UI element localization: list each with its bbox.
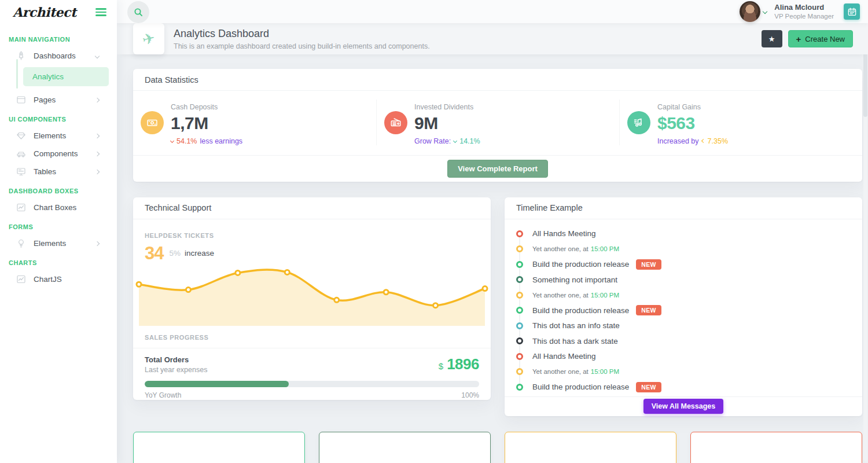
new-badge: NEW [636,259,661,270]
timeline-item-text: All Hands Meeting [532,229,596,238]
helpdesk-count-row: 34 5% increase [145,244,479,263]
yoy-progress: YoY Growth 100% [145,381,479,399]
sidebar-item-label: Elements [34,131,66,140]
timeline-item: This dot has an info state [516,318,853,334]
calendar-button[interactable] [844,3,860,20]
radio-icon [384,111,407,134]
timeline-item-text: This dot has a dark state [532,337,618,346]
timeline-item: All Hands Meeting [516,349,853,365]
bottom-card [133,432,305,463]
chevron-right-icon [95,169,100,174]
user-texts: Alina Mclourd VP People Manager [774,3,834,21]
data-statistics-header: Data Statistics [133,69,862,91]
nav-heading-charts: CHARTS [9,259,117,266]
page-title-actions: ★ + Create New [762,30,853,47]
sidebar-item-analytics[interactable]: Analytics [23,67,109,86]
dashboards-submenu: Analytics [0,67,117,86]
timeline-item-time: 15:00 PM [591,292,619,299]
orders-texts: Total Orders Last year expenses [145,355,207,374]
timeline-item: Something not important [516,272,853,288]
sidebar-item-chartjs[interactable]: ChartJS [0,270,109,288]
app-logo[interactable]: Architect [13,5,76,20]
view-all-messages-button[interactable]: View All Messages [643,399,723,414]
timeline-item: Yet another one, at 15:00 PM [516,364,853,380]
favorite-star-button[interactable]: ★ [762,30,782,47]
page-title-icon-card: ✈ [133,23,164,54]
airplane-icon: ✈ [141,28,157,49]
timeline-card: Timeline Example All Hands Meeting Yet a… [505,197,862,416]
nav-heading-dashboard-boxes: DASHBOARD BOXES [9,188,117,194]
orders-value: $ 1896 [439,355,479,373]
hamburger-menu-icon[interactable] [94,6,108,19]
search-button[interactable] [127,1,149,23]
sidebar-item-tables[interactable]: Tables [0,163,109,181]
sidebar-nav: MAIN NAVIGATION Dashboards Analytics Pag… [0,24,117,288]
second-row: Technical Support HELPDESK TICKETS 34 5%… [133,197,862,416]
star-icon: ★ [768,35,775,43]
chart-icon [16,274,27,285]
progress-track [145,381,479,387]
stat-texts: Capital Gains $563 Increased by 7.35% [657,103,728,145]
timeline-item: Yet another one, at 15:00 PM [516,288,853,303]
page-scrollbar[interactable] [863,27,867,461]
plus-icon: + [796,34,801,44]
calendar-icon [847,7,857,17]
orders-subtitle: Last year expenses [145,366,207,374]
search-icon [133,7,144,18]
timeline-item: This dot has a dark state [516,333,853,349]
sidebar-item-pages[interactable]: Pages [0,91,109,109]
total-orders-row: Total Orders Last year expenses $ 1896 [133,348,491,374]
content: Data Statistics Cash Deposits 1,7M 54.1% [117,54,868,463]
sidebar-item-components[interactable]: Components [0,145,109,163]
view-complete-report-button[interactable]: View Complete Report [447,160,548,178]
stat-delta: 54.1% [176,137,197,145]
sidebar-item-form-elements[interactable]: Elements [0,234,109,252]
progress-label: YoY Growth [145,391,181,399]
stat-cash-deposits: Cash Deposits 1,7M 54.1% less earnings [133,100,376,145]
card-title: Timeline Example [516,203,583,212]
sidebar-item-elements[interactable]: Elements [0,127,109,145]
main-area: Alina Mclourd VP People Manager ✈ Analyt… [117,0,868,463]
timeline-header: Timeline Example [505,197,862,219]
page-subtitle: This is an example dashboard created usi… [174,42,762,50]
create-new-button[interactable]: + Create New [788,30,853,47]
caret-up-icon [701,139,705,143]
card-title: Data Statistics [145,75,198,84]
currency-symbol: $ [439,361,443,371]
sidebar-item-label: Tables [34,167,56,176]
technical-support-card: Technical Support HELPDESK TICKETS 34 5%… [133,197,491,400]
ticket-delta: 5% [169,249,181,258]
technical-support-header: Technical Support [133,197,491,219]
progress-fill [145,381,289,387]
timeline-dot [516,337,523,344]
timeline-dot [516,245,523,252]
sales-progress-label: SALES PROGRESS [133,326,491,348]
timeline-item-text: Yet another one, at [532,292,589,299]
card-title: Technical Support [145,203,211,212]
timeline-item-time: 15:00 PM [591,368,619,375]
stat-delta: 14.1% [459,137,480,145]
orders-title: Total Orders [145,355,207,364]
timeline-item: All Hands Meeting [516,226,853,242]
stat-subline: Grow Rate: 14.1% [414,137,480,145]
money-icon [141,111,164,134]
stat-note: Increased by [657,137,699,145]
stat-delta: 7.35% [708,137,728,145]
sidebar-item-chart-boxes[interactable]: Chart Boxes [0,199,109,216]
stat-note: less earnings [200,137,242,145]
car-icon [16,148,27,159]
timeline-dot [516,261,523,268]
timeline-item-text: This dot has an info state [532,321,620,330]
timeline-item: Build the production release NEW [516,257,853,273]
bottom-card [505,432,676,463]
avatar[interactable] [740,1,760,22]
music-note-icon [627,111,650,134]
timeline-dot [516,292,523,299]
stat-label: Capital Gains [657,103,728,111]
timeline-item-text: Build the production release [532,260,629,269]
timeline-dot [516,384,523,391]
chevron-down-icon[interactable] [763,9,767,14]
stat-note: Grow Rate: [414,137,451,145]
caret-down-icon [170,139,174,143]
nav-heading-ui-components: UI COMPONENTS [9,116,117,123]
